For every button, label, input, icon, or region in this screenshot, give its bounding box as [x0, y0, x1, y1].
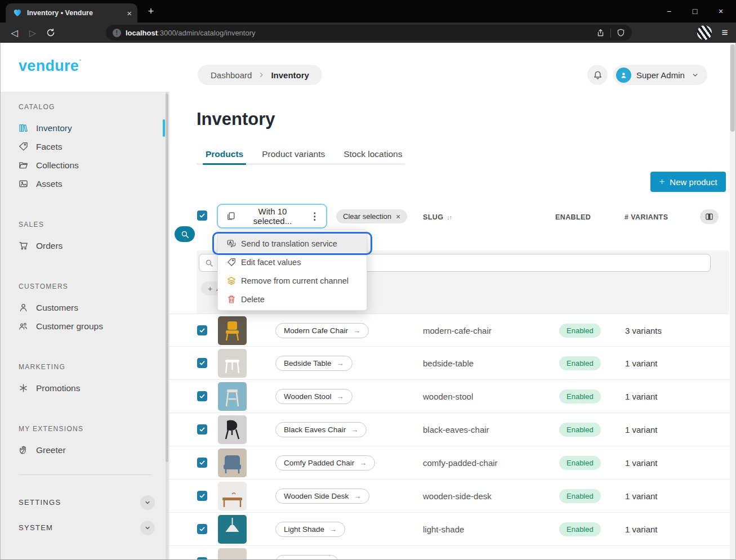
select-all-checkbox[interactable]: [197, 210, 207, 221]
table-row: Light Shade→ light-shade Enabled 1 varia…: [169, 513, 730, 546]
row-checkbox[interactable]: [197, 524, 207, 534]
breadcrumb-current: Inventory: [271, 70, 309, 80]
product-slug: light-shade: [423, 525, 464, 534]
minimize-button[interactable]: −: [656, 0, 682, 23]
bulk-actions-menu: Send to translation service Edit facet v…: [217, 230, 367, 311]
sidebar-item-facets[interactable]: Facets: [1, 137, 169, 156]
copy-icon: [226, 212, 235, 221]
browser-tab[interactable]: Inventory • Vendure ×: [6, 3, 137, 23]
scrollbar-thumb[interactable]: [730, 44, 735, 132]
sidebar-section-label: SALES: [1, 221, 169, 230]
tab-close-icon[interactable]: ×: [127, 9, 132, 17]
kebab-icon[interactable]: ⋮: [310, 210, 319, 222]
active-indicator: [163, 119, 165, 137]
notifications-button[interactable]: [587, 65, 608, 85]
column-header-enabled[interactable]: ENABLED: [555, 213, 591, 221]
row-checkbox[interactable]: [197, 325, 207, 335]
product-name-button[interactable]: Wooden Stool→: [275, 389, 353, 404]
clear-selection-button[interactable]: Clear selection ×: [336, 209, 407, 223]
sidebar-item-assets[interactable]: Assets: [1, 174, 169, 193]
product-name-button[interactable]: Comfy Padded Chair→: [275, 455, 375, 471]
chevron-down-icon[interactable]: [140, 521, 155, 535]
asterisk-icon: [19, 383, 28, 393]
maximize-button[interactable]: □: [682, 0, 708, 23]
product-name-button[interactable]: Wooden Side Desk→: [275, 489, 369, 504]
tag-icon: [227, 258, 236, 267]
row-checkbox[interactable]: [197, 458, 207, 468]
new-product-button[interactable]: + New product: [650, 172, 726, 192]
arrow-right-icon: →: [351, 425, 358, 434]
product-name-button[interactable]: Light Shade→: [275, 522, 345, 537]
sidebar-item-orders[interactable]: Orders: [1, 236, 169, 255]
chevron-down-icon[interactable]: [140, 495, 155, 510]
user-menu[interactable]: Super Admin: [613, 65, 707, 85]
tab-stock-locations[interactable]: Stock locations: [344, 145, 402, 164]
page-scrollbar[interactable]: [730, 43, 735, 559]
new-tab-button[interactable]: +: [144, 5, 158, 18]
sidebar-section-label: MARKETING: [1, 363, 169, 372]
row-checkbox[interactable]: [197, 557, 207, 559]
tab-bar: Products Product variants Stock location…: [197, 145, 405, 164]
breadcrumb: Dashboard Inventory: [198, 65, 322, 85]
tab-products[interactable]: Products: [206, 145, 243, 164]
sidebar-item-promotions[interactable]: Promotions: [1, 379, 169, 397]
browser-menu-button[interactable]: ≡: [717, 25, 732, 41]
sidebar-item-collections[interactable]: Collections: [1, 156, 169, 174]
reload-button[interactable]: [43, 25, 59, 41]
search-fab-button[interactable]: [175, 226, 195, 242]
sidebar-item-settings[interactable]: SETTINGS: [1, 490, 169, 515]
status-badge: Enabled: [559, 356, 601, 370]
toolbar-separator: [610, 29, 611, 37]
sort-icon[interactable]: ↓↑: [447, 214, 452, 221]
product-slug: wooden-stool: [423, 392, 473, 401]
product-name-button[interactable]: Modern Cafe Chair→: [275, 323, 369, 338]
product-name-button[interactable]: Bedside Table→: [275, 356, 353, 371]
sidebar-item-greeter[interactable]: Greeter: [1, 441, 169, 459]
product-slug: wooden-side-desk: [423, 491, 492, 501]
sidebar-item-customers[interactable]: Customers: [1, 298, 169, 317]
table-row: Wooden Side Desk→ wooden-side-desk Enabl…: [169, 480, 730, 513]
tab-title: Inventory • Vendure: [27, 9, 122, 17]
sidebar-item-customer-groups[interactable]: Customer groups: [1, 317, 169, 335]
menu-item-edit-facet-values[interactable]: Edit facet values: [218, 253, 367, 271]
menu-item-send-translation[interactable]: Send to translation service: [218, 234, 367, 253]
vendure-logo: vendure´: [19, 57, 82, 75]
sidebar-item-inventory[interactable]: Inventory: [1, 119, 169, 137]
sidebar-item-label: Customer groups: [36, 321, 103, 331]
arrow-right-icon: →: [359, 459, 367, 467]
product-name-button[interactable]: [275, 555, 338, 559]
sidebar-scrollbar-thumb[interactable]: [166, 93, 168, 462]
menu-item-remove-from-channel[interactable]: Remove from current channel: [218, 271, 367, 290]
product-thumbnail: [218, 349, 247, 378]
column-picker-button[interactable]: [700, 209, 719, 224]
sidebar-section-label: MY EXTENSIONS: [1, 425, 169, 434]
user-avatar: [616, 68, 631, 83]
arrow-right-icon: →: [337, 392, 344, 401]
bulk-actions-button[interactable]: With 10 selected... ⋮: [217, 204, 327, 229]
arrow-right-icon: →: [329, 525, 337, 534]
menu-item-delete[interactable]: Delete: [218, 290, 367, 308]
site-info-icon[interactable]: !: [113, 29, 121, 37]
tab-product-variants[interactable]: Product variants: [262, 145, 325, 164]
browser-profile-avatar[interactable]: [697, 25, 712, 40]
sidebar-item-system[interactable]: SYSTEM: [1, 515, 169, 540]
variant-count: 1 variant: [625, 491, 658, 501]
close-button[interactable]: ×: [708, 0, 734, 23]
share-icon[interactable]: [596, 28, 605, 37]
forward-button[interactable]: ▷: [25, 25, 41, 41]
breadcrumb-dashboard[interactable]: Dashboard: [211, 70, 252, 80]
page-title: Inventory: [197, 109, 275, 129]
column-header-slug[interactable]: SLUG ↓↑: [423, 213, 452, 221]
column-header-variants[interactable]: # VARIANTS: [625, 213, 668, 221]
row-checkbox[interactable]: [197, 424, 207, 434]
back-button[interactable]: ◁: [7, 25, 23, 41]
row-checkbox[interactable]: [197, 391, 207, 401]
row-checkbox[interactable]: [197, 491, 207, 501]
product-name-button[interactable]: Black Eaves Chair→: [275, 422, 367, 437]
user-icon: [19, 303, 28, 312]
library-icon: [19, 123, 28, 133]
row-checkbox[interactable]: [197, 358, 207, 368]
url-bar[interactable]: ! localhost:3000/admin/catalog/inventory: [106, 25, 632, 41]
brave-shield-icon[interactable]: [617, 28, 625, 37]
chevron-down-icon: [692, 71, 699, 79]
